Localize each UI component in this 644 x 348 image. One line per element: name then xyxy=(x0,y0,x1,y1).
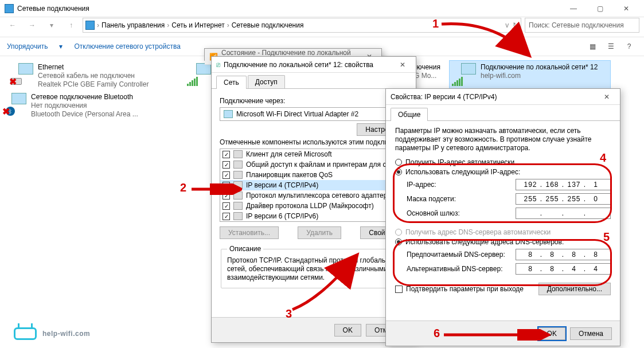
tab-sharing[interactable]: Доступ xyxy=(248,75,285,88)
components-label: Отмеченные компоненты используются этим … xyxy=(220,138,408,146)
close-button[interactable]: ✕ xyxy=(613,1,639,17)
adapter-properties-title: Подключение по локальной сети* 12: свойс… xyxy=(224,61,373,69)
watermark-logo: help-wifi.com xyxy=(14,327,90,340)
component-row[interactable]: ✓Клиент для сетей Microsoft xyxy=(220,149,407,159)
advanced-button[interactable]: Дополнительно... xyxy=(538,283,611,295)
subnet-mask-input[interactable]: 255.255.255.0 xyxy=(516,193,611,205)
tab-general[interactable]: Общие xyxy=(391,108,428,121)
component-row-ipv4[interactable]: ✓IP версии 4 (TCP/IPv4) xyxy=(220,180,407,190)
connect-using-label: Подключение через: xyxy=(220,97,408,105)
adapter-field-icon xyxy=(224,110,233,118)
component-row[interactable]: ✓Общий доступ к файлам и принтерам для с… xyxy=(220,159,407,170)
description-text: Протокол TCP/IP. Стандартный протокол гл… xyxy=(227,256,400,282)
confirm-on-exit-checkbox[interactable] xyxy=(395,286,403,293)
wifi-icon xyxy=(452,63,476,87)
ip-address-input[interactable]: 192.168.137.1 xyxy=(516,179,611,190)
ethernet-icon: ✖ xyxy=(9,63,33,87)
search-input[interactable]: Поиск: Сетевые подключения xyxy=(525,18,639,33)
organize-menu[interactable]: Упорядочить xyxy=(7,42,48,50)
breadcrumb-segment[interactable]: Панель управления xyxy=(102,21,165,29)
network-folder-icon xyxy=(5,4,14,13)
component-row[interactable]: ✓Планировщик пакетов QoS xyxy=(220,170,407,180)
ipv4-properties-dialog: Свойства: IP версии 4 (TCP/IPv4) ✕ Общие… xyxy=(385,88,620,346)
breadcrumb-segment[interactable]: Сеть и Интернет xyxy=(171,21,224,29)
dns1-label: Предпочитаемый DNS-сервер: xyxy=(407,251,516,259)
component-row[interactable]: ✓Драйвер протокола LLDP (Майкрософт) xyxy=(220,201,407,211)
maximize-button[interactable]: ▢ xyxy=(587,1,613,17)
adapter-icon: ⎚ xyxy=(216,61,220,69)
gateway-label: Основной шлюз: xyxy=(407,209,516,217)
breadcrumb-segment[interactable]: Сетевые подключения xyxy=(232,21,304,29)
help-button[interactable]: ? xyxy=(621,40,637,53)
connection-item-bluetooth[interactable]: ᛒ✖ Сетевое подключение Bluetooth Нет под… xyxy=(0,91,155,121)
ip-label: IP-адрес: xyxy=(407,181,516,189)
ipv4-title: Свойства: IP версии 4 (TCP/IPv4) xyxy=(391,93,497,101)
install-button[interactable]: Установить... xyxy=(220,226,279,239)
annotation-number-2: 2 xyxy=(180,181,186,194)
description-group: Описание Протокол TCP/IP. Стандартный пр… xyxy=(221,245,407,288)
components-list[interactable]: ✓Клиент для сетей Microsoft ✓Общий досту… xyxy=(220,148,408,222)
window-titlebar: Сетевые подключения — ▢ ✕ xyxy=(0,0,644,17)
component-row[interactable]: ✓Протокол мультиплексора сетевого адапте… xyxy=(220,190,407,201)
connection-item-ethernet[interactable]: ✖ Ethernet Сетевой кабель не подключен R… xyxy=(7,61,162,91)
bluetooth-icon: ᛒ✖ xyxy=(2,93,26,117)
tab-network[interactable]: Сеть xyxy=(216,76,247,89)
close-icon[interactable]: ✕ xyxy=(598,93,615,101)
dns2-label: Альтернативный DNS-сервер: xyxy=(407,265,516,273)
radio-manual-dns[interactable]: Использовать следующие адреса DNS-сервер… xyxy=(395,238,611,246)
radio-auto-dns: Получить адрес DNS-сервера автоматически xyxy=(395,228,611,236)
address-row: ← → ▾ ↑ › Панель управления › Сеть и Инт… xyxy=(0,17,644,37)
recent-button[interactable]: ▾ xyxy=(44,18,60,33)
alternate-dns-input[interactable]: 8.8.4.4 xyxy=(516,263,611,275)
close-icon[interactable]: ✕ xyxy=(394,61,411,69)
adapter-field: Microsoft Wi-Fi Direct Virtual Adapter #… xyxy=(220,107,408,121)
gateway-input[interactable]: ... xyxy=(516,208,611,219)
disable-device-button[interactable]: Отключение сетевого устройства xyxy=(74,42,180,50)
ok-button[interactable]: OK xyxy=(538,327,565,340)
uninstall-button[interactable]: Удалить xyxy=(298,226,341,239)
minimize-button[interactable]: — xyxy=(560,1,587,17)
wifi-icon xyxy=(187,63,211,87)
mask-label: Маска подсети: xyxy=(407,195,516,203)
up-button[interactable]: ↑ xyxy=(63,18,79,33)
component-row[interactable]: ✓IP версии 6 (TCP/IPv6) xyxy=(220,211,407,221)
connection-item-local-12[interactable]: Подключение по локальной сети* 12 help-w… xyxy=(450,61,610,89)
radio-auto-ip[interactable]: Получить IP-адрес автоматически xyxy=(395,158,611,166)
search-placeholder: Поиск: Сетевые подключения xyxy=(529,21,624,29)
router-icon xyxy=(14,327,37,340)
ipv4-intro: Параметры IP можно назначать автоматичес… xyxy=(395,127,611,153)
ok-button[interactable]: OK xyxy=(334,324,361,337)
radio-manual-ip[interactable]: Использовать следующий IP-адрес: xyxy=(395,168,611,176)
view-icons-button[interactable]: ▦ xyxy=(584,40,600,53)
address-bar[interactable]: › Панель управления › Сеть и Интернет › … xyxy=(83,18,521,33)
forward-button[interactable]: → xyxy=(24,18,40,33)
location-icon xyxy=(85,21,95,30)
cancel-button[interactable]: Отмена xyxy=(570,327,612,340)
back-button[interactable]: ← xyxy=(5,18,21,33)
view-details-button[interactable]: ☰ xyxy=(603,40,619,53)
window-title: Сетевые подключения xyxy=(17,5,89,13)
preferred-dns-input[interactable]: 8.8.8.8 xyxy=(516,249,611,260)
